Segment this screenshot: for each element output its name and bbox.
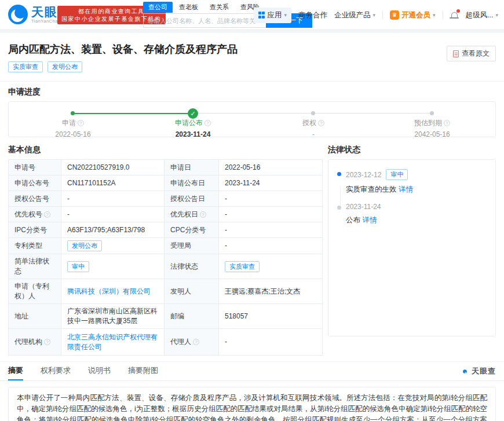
details-link[interactable]: 详情 — [399, 185, 413, 193]
details-link[interactable]: 详情 — [362, 216, 377, 224]
chevron-down-icon: ▾ — [495, 12, 498, 18]
nav-super-risk[interactable]: 超级风... ▾ — [466, 10, 498, 20]
agency-link[interactable]: 北京三高永信知识产权代理有限责任公司 — [67, 333, 158, 351]
nav-vip[interactable]: ♛ 开通会员 ▾ — [390, 10, 436, 20]
legal-status-item: 2023-11-24 公布 详情 — [337, 203, 487, 225]
timeline-node-published-check-icon: ✓ — [188, 108, 198, 119]
pdf-document-icon — [453, 50, 459, 57]
timeline-segment-done — [73, 113, 193, 114]
divider — [443, 11, 443, 19]
legal-status-panel: 2023-12-12 审中 实质审查的生效 详情 2023-11-24 公布 详… — [328, 159, 496, 336]
timeline-step-granted: 授权? - — [270, 118, 357, 138]
legal-status-desc: 公布 — [346, 216, 360, 224]
patent-type-badge: 发明公布 — [67, 240, 102, 251]
nav-notifications[interactable] — [450, 11, 459, 20]
basic-info-table: 申请号 CN202210527919.0 申请日 2022-05-16 申请公布… — [8, 159, 323, 356]
divider — [382, 11, 383, 19]
basic-info-title: 基本信息 — [8, 144, 322, 155]
crown-icon: ♛ — [390, 10, 399, 20]
timeline-node-granted — [311, 111, 315, 115]
progress-section-title: 申请进度 — [8, 86, 496, 97]
chevron-down-icon: ▾ — [372, 12, 375, 18]
notification-dot — [456, 9, 460, 13]
legal-status-badge: 实质审查 — [225, 261, 260, 272]
apps-grid-icon — [258, 12, 265, 19]
bell-icon — [450, 11, 459, 20]
legal-status-date: 2023-12-12 — [346, 171, 381, 179]
timeline-node-expiry — [430, 111, 434, 115]
page-title: 局内匹配方法、装置、设备、存储介质及程序产品 — [8, 42, 496, 56]
search-box: × — [143, 13, 266, 28]
top-header: 天眼查 TianYanCha.com 都在用的商业查询工具 国家中小企业发展子基… — [0, 0, 504, 30]
table-row: 地址 广东省深圳市南山区高新区科技中一路腾讯大厦35层 邮编 518057 — [9, 304, 323, 329]
timeline-step-published: 申请公布? 2023-11-24 — [149, 118, 236, 138]
abstract-content: 本申请公开了一种局内匹配方法、装置、设备、存储介质及程序产品，涉及计算机和互联网… — [8, 387, 496, 421]
help-icon: ? — [193, 339, 199, 345]
table-row: IPC分类号 A63F13/795;A63F13/798 CPC分类号 - — [9, 222, 323, 238]
search-tab-relation[interactable]: 查关系 — [204, 2, 234, 13]
help-icon: ? — [44, 211, 50, 218]
search-tab-company[interactable]: 查公司 — [143, 2, 173, 13]
table-row: 优先权号? - 优先权日? - — [9, 207, 323, 222]
nav-enterprise-products[interactable]: 企业级产品 ▾ — [334, 10, 375, 20]
help-icon: ? — [444, 120, 450, 126]
legal-status-title: 法律状态 — [328, 144, 496, 155]
application-progress-section: 申请进度 ✓ 申请? 2022-05-16 申请公布? 2023-11-24 授… — [0, 82, 504, 137]
chevron-down-icon: ▾ — [284, 12, 287, 18]
table-row: 授权公告号 - 授权公告日 - — [9, 191, 323, 207]
help-icon: ? — [44, 339, 50, 345]
tab-abstract-figure[interactable]: 摘要附图 — [128, 362, 158, 380]
legal-status-desc: 实质审查的生效 — [346, 185, 397, 193]
help-icon: ? — [78, 120, 84, 126]
tianyancha-watermark: 天眼查 — [461, 362, 496, 380]
legal-status-section: 法律状态 2023-12-12 审中 实质审查的生效 详情 2023-11-24 — [328, 144, 496, 356]
legal-status-item: 2023-12-12 审中 实质审查的生效 详情 — [337, 169, 487, 195]
status-badge-invention-publication: 发明公布 — [48, 61, 82, 72]
timeline-step-applied: 申请? 2022-05-16 — [30, 118, 116, 138]
header-nav: 应用 ▾ 商务合作 企业级产品 ▾ ♛ 开通会员 ▾ 超级风... ▾ — [254, 0, 498, 30]
legal-status-item-badge: 审中 — [386, 169, 408, 180]
tab-claims[interactable]: 权利要求 — [41, 362, 71, 380]
help-icon: ? — [200, 211, 206, 218]
progress-timeline: ✓ 申请? 2022-05-16 申请公布? 2023-11-24 授权? - … — [8, 101, 496, 137]
timeline-dot — [337, 206, 341, 210]
status-badge-substantive-review: 实质审查 — [8, 61, 43, 72]
table-row: 申请号 CN202210527919.0 申请日 2022-05-16 — [9, 160, 323, 175]
chevron-down-icon: ▾ — [433, 12, 436, 18]
help-icon: ? — [204, 120, 211, 126]
table-row: 简单法律状态 审中 法律状态 实质审查 — [9, 254, 323, 279]
timeline-step-expiry: 预估到期? 2042-05-16 — [389, 118, 476, 138]
tianyancha-logo-icon — [8, 5, 28, 24]
timeline-dot — [337, 172, 341, 176]
table-row: 申请公布号 CN117101152A 申请公布日 2023-11-24 — [9, 175, 323, 191]
help-icon: ? — [318, 120, 324, 126]
basic-info-section: 基本信息 申请号 CN202210527919.0 申请日 2022-05-16… — [8, 144, 322, 356]
search-tab-boss[interactable]: 查老板 — [174, 2, 203, 13]
patent-title-section: 局内匹配方法、装置、设备、存储介质及程序产品 实质审查 发明公布 查看原文 — [0, 33, 504, 82]
nav-apps[interactable]: 应用 ▾ — [254, 8, 291, 23]
table-row: 代理机构? 北京三高永信知识产权代理有限责任公司 代理人? - — [9, 329, 323, 356]
tab-description[interactable]: 说明书 — [88, 362, 111, 380]
simple-legal-status-badge: 审中 — [67, 261, 89, 272]
applicant-link[interactable]: 腾讯科技（深圳）有限公司 — [67, 287, 151, 295]
view-original-button[interactable]: 查看原文 — [447, 46, 496, 61]
timeline-node-applied — [71, 111, 75, 115]
document-tabs: 摘要 权利要求 说明书 摘要附图 天眼查 — [0, 361, 504, 381]
nav-cooperation[interactable]: 商务合作 — [298, 10, 327, 20]
table-row: 申请（专利权）人 腾讯科技（深圳）有限公司 发明人 王骥远;蔡嘉杰;王治;文杰 — [9, 279, 323, 304]
table-row: 专利类型 发明公布 受理局 - — [9, 238, 323, 254]
legal-status-date: 2023-11-24 — [346, 203, 381, 211]
tab-abstract[interactable]: 摘要 — [8, 362, 23, 380]
tianyancha-watermark-icon — [463, 369, 467, 374]
search-input[interactable] — [147, 17, 256, 24]
